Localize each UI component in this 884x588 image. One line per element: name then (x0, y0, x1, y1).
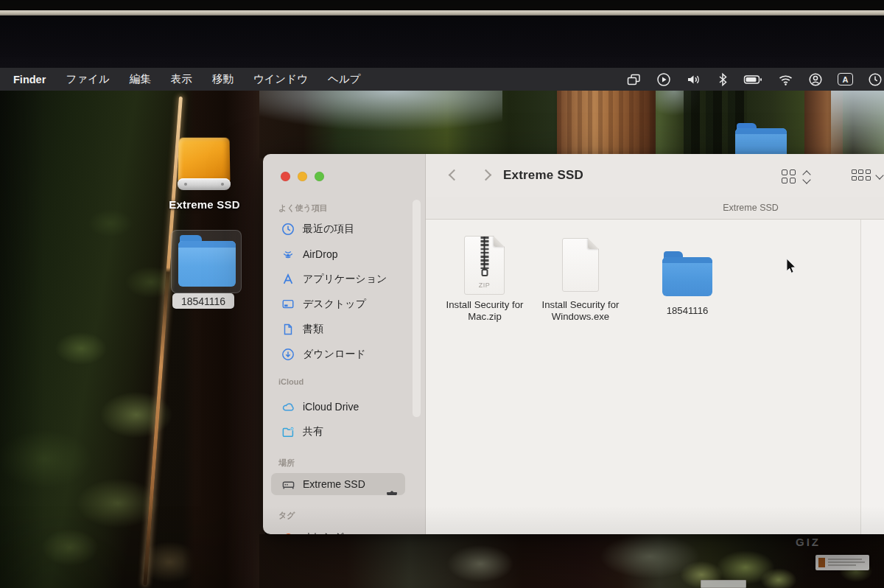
menu-go[interactable]: 移動 (212, 72, 234, 86)
sidebar-item-label: AirDrop (303, 248, 337, 260)
page-fold (494, 236, 505, 247)
photo-sticker (815, 555, 869, 570)
menu-window[interactable]: ウインドウ (253, 72, 308, 86)
document-icon (281, 322, 295, 337)
minimize-button[interactable] (298, 172, 307, 181)
sidebar-item-label: 書類 (303, 323, 323, 336)
sidebar-item-icloud-drive[interactable]: iCloud Drive (271, 396, 405, 418)
sidebar-item-label: 最近の項目 (303, 223, 354, 236)
sidebar-item-airdrop[interactable]: AirDrop (271, 243, 405, 265)
window-toolbar: Extreme SSD (426, 154, 884, 197)
sidebar-item-label: 共有 (303, 425, 323, 438)
drive-screw (221, 183, 224, 186)
zip-file-icon: ZIP (464, 236, 505, 295)
menu-help[interactable]: ヘルプ (328, 72, 361, 86)
group-header-row: Extreme SSD (426, 197, 884, 220)
orange-tag-icon (281, 530, 295, 534)
sidebar-header-favorites: よく使う項目 (278, 203, 328, 214)
sidebar-item-label: Extreme SSD (303, 478, 365, 490)
account-icon[interactable] (808, 71, 823, 88)
sidebar-item-desktop[interactable]: デスクトップ (271, 293, 405, 315)
content-right-strip (861, 220, 884, 534)
page-fold (588, 238, 599, 249)
folder-body (178, 241, 236, 287)
content-column-divider (860, 220, 861, 534)
airdrop-icon (281, 247, 295, 262)
wifi-icon[interactable] (778, 71, 793, 88)
file-name-line1: 18541116 (647, 305, 728, 317)
sidebar-item-extreme-ssd[interactable]: Extreme SSD (271, 473, 405, 495)
bluetooth-icon[interactable] (717, 71, 729, 88)
drive-body (178, 138, 231, 182)
mouse-cursor (785, 258, 797, 277)
photo-sticker-partial (701, 580, 746, 588)
watermark: GIZ (796, 536, 821, 548)
forward-button[interactable] (480, 169, 492, 181)
shared-folder-icon (281, 424, 295, 439)
sticker-line (828, 561, 865, 563)
folder-top-band (662, 257, 712, 263)
download-icon (281, 347, 295, 362)
zipper-pull (481, 269, 488, 276)
input-source-icon[interactable]: A (838, 71, 853, 88)
photo-of-mac-screen: Finder ファイル 編集 表示 移動 ウインドウ ヘルプ (0, 0, 884, 588)
desktop-folder-label[interactable]: 18541116 (172, 293, 234, 309)
menu-file[interactable]: ファイル (66, 72, 109, 86)
desktop-drive-icon[interactable] (178, 137, 230, 192)
sidebar-item-label: オレンジ (303, 531, 345, 534)
applications-icon (281, 272, 295, 287)
group-header-label: Extreme SSD (706, 203, 795, 213)
file-name-line2: Windows.exe (522, 311, 639, 323)
eject-icon[interactable] (387, 479, 397, 489)
sidebar-item-applications[interactable]: アプリケーション (271, 268, 405, 290)
back-button[interactable] (449, 169, 460, 181)
view-chevron-down-icon[interactable] (802, 175, 810, 183)
file-content-area[interactable]: ZIP Install Security for Mac.zip Install… (426, 220, 884, 534)
zipper (480, 237, 488, 269)
sidebar-scrollbar[interactable] (413, 200, 421, 417)
sidebar-header-icloud: iCloud (278, 377, 304, 386)
window-title: Extreme SSD (503, 168, 583, 183)
sidebar-item-recents[interactable]: 最近の項目 (271, 218, 405, 240)
sidebar-item-label: デスクトップ (303, 298, 366, 311)
close-button[interactable] (281, 172, 290, 181)
sidebar-item-shared[interactable]: 共有 (271, 421, 405, 443)
exe-file-icon (562, 238, 599, 292)
screen-mirroring-icon[interactable] (626, 71, 642, 88)
sidebar-item-label: iCloud Drive (303, 401, 359, 413)
play-icon[interactable] (656, 71, 671, 88)
folder-icon (662, 251, 712, 296)
sidebar-item-label: アプリケーション (303, 273, 387, 286)
folder-top-band (178, 241, 236, 248)
menu-edit[interactable]: 編集 (130, 72, 151, 86)
sticker-line (828, 564, 856, 566)
wallpaper-bottom-forest (259, 534, 884, 588)
sidebar-item-tag-orange[interactable]: オレンジ (271, 526, 405, 534)
desktop-folder-selection[interactable] (171, 230, 242, 293)
sticker-line (828, 559, 862, 560)
sidebar-item-downloads[interactable]: ダウンロード (271, 343, 405, 365)
menu-finder[interactable]: Finder (13, 74, 46, 85)
sidebar-header-tags: タグ (278, 510, 295, 521)
group-by-button[interactable] (852, 169, 871, 183)
folder-top-band (735, 128, 787, 134)
icon-view-button[interactable] (782, 169, 796, 183)
drive-screw (184, 183, 187, 186)
external-drive-icon (281, 477, 295, 491)
group-chevron-down-icon[interactable] (875, 171, 883, 179)
file-name-line1: Install Security for (522, 299, 639, 311)
file-name: 18541116 (647, 305, 728, 317)
sidebar-header-locations: 場所 (278, 458, 295, 469)
desktop-drive-label[interactable]: Extreme SSD (151, 198, 258, 211)
sidebar-item-documents[interactable]: 書類 (271, 318, 405, 340)
volume-icon[interactable] (686, 71, 702, 88)
desktop-folder-label-text: 18541116 (181, 295, 225, 307)
sidebar: よく使う項目 最近の項目 AirDrop アプリケーション (263, 154, 426, 534)
battery-icon[interactable] (743, 71, 763, 88)
clock-icon[interactable] (868, 71, 883, 88)
file-name: Install Security for Windows.exe (522, 299, 639, 323)
input-source-badge: A (838, 73, 853, 85)
wallpaper-sequoia-trunk (557, 91, 656, 158)
zoom-button[interactable] (315, 172, 324, 181)
menu-view[interactable]: 表示 (171, 72, 192, 86)
